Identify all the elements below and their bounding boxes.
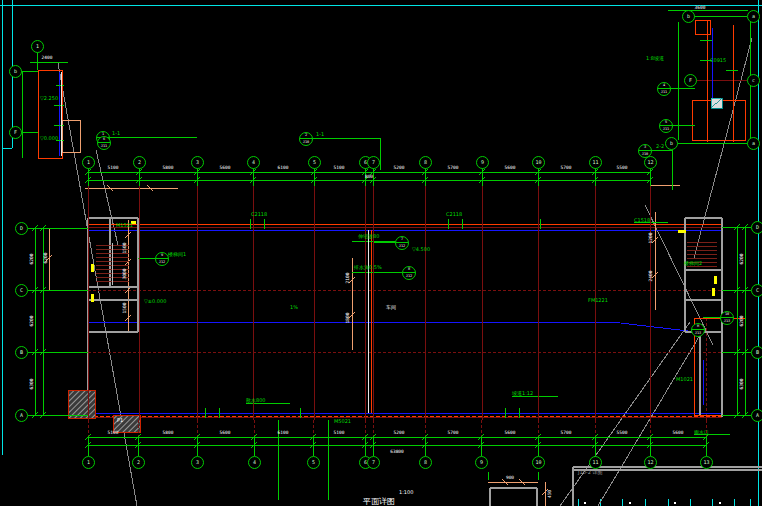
blue-lines <box>59 28 722 413</box>
hatch-pads <box>68 390 140 432</box>
section-symbol <box>711 98 722 108</box>
leader-diagonals <box>58 38 752 506</box>
survey-dots <box>584 502 721 504</box>
expansion-joint <box>61 72 368 413</box>
drawing-linework <box>0 0 762 506</box>
cad-drawing-viewport[interactable]: 平面详图1:100 J10-2 详图 123456789101112123456… <box>0 0 762 506</box>
building-outline <box>38 20 745 416</box>
